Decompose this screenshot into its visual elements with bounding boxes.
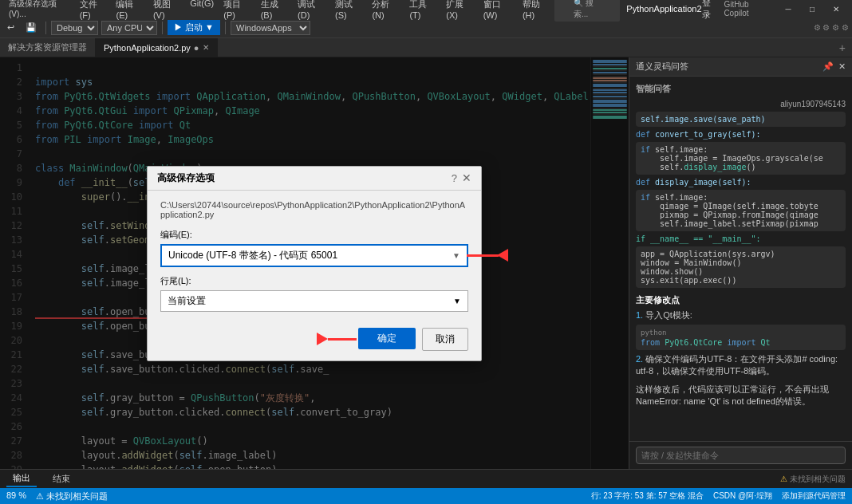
modal-encoding-value: Unicode (UTF-8 带签名) - 代码页 65001	[168, 249, 452, 262]
right-panel-title: 通义灵码问答	[636, 61, 688, 73]
toolbar-sep1	[45, 22, 46, 34]
modal-line-ending-select[interactable]: 当前设置 ▼	[160, 290, 468, 312]
titlebar: 高级保存选项(V)... 文件(F) 编辑(E) 视图(V) Git(G) 项目…	[0, 0, 852, 18]
window-controls[interactable]: ─ □ ✕	[777, 2, 847, 16]
save-options-modal: 高级保存选项 ? ✕ C:\Users\20744\source\repos\P…	[147, 166, 482, 361]
editor-area[interactable]: 12345 678910 1112131415 1617181920 21222…	[0, 57, 629, 469]
github-copilot-label[interactable]: GitHub Copilot	[724, 0, 771, 18]
search-box[interactable]: 🔍 搜索...	[554, 0, 620, 22]
menu-help[interactable]: 帮助(H)	[519, 0, 554, 20]
change-item-1: 1. 导入Qt模块: python from PyQt6.QtCore impo…	[636, 309, 846, 350]
menu-bar[interactable]: 高级保存选项(V)... 文件(F) 编辑(E) 视图(V) Git(G) 项目…	[5, 0, 554, 20]
menu-git[interactable]: Git(G)	[186, 0, 218, 20]
output-panel: 输出 结束 ⚠ 未找到相关问题	[0, 469, 852, 488]
modal-help-button[interactable]: ?	[452, 172, 457, 184]
assistant-message1: self.image.save(save_path) def convert_t…	[636, 112, 846, 288]
main-code: app = QApplication(sys.argv) window = Ma…	[636, 246, 846, 288]
menu-edit[interactable]: 编辑(E)	[112, 0, 147, 20]
method2-def: def display_image(self):	[636, 178, 846, 187]
chat-input[interactable]	[636, 447, 846, 464]
modal-filepath: C:\Users\20744\source\repos\PythonApplic…	[160, 200, 468, 219]
menu-project[interactable]: 项目(P)	[219, 0, 254, 20]
toolbar-icons-right: ⚙ ⚙ ⚙ ⚙	[814, 23, 849, 32]
cpu-config-select[interactable]: Any CPU	[101, 21, 157, 35]
menu-test[interactable]: 测试(S)	[331, 0, 366, 20]
tab-solution-label: 解决方案资源管理器	[8, 41, 87, 53]
menu-file[interactable]: 文件(F)	[76, 0, 111, 20]
login-label[interactable]: 登录	[702, 0, 718, 21]
menu-advanced-save[interactable]: 高级保存选项(V)...	[5, 0, 74, 20]
ok-button-wrapper: 确定	[358, 328, 416, 351]
red-arrow-indicator	[467, 249, 510, 262]
app-title: PythonApplication2	[626, 4, 701, 14]
copilot-chat: 智能问答 aliyun1907945143 self.image.save(sa…	[629, 77, 852, 441]
close-button[interactable]: ✕	[825, 2, 847, 16]
right-panel-header: 通义灵码问答 📌 ✕	[629, 57, 852, 77]
changes-title: 主要修改点	[636, 294, 846, 306]
modal-encoding-label: 编码(E):	[160, 229, 468, 241]
change-item-2: 2. 确保文件编码为UTF-8：在文件开头添加# coding: utf-8，以…	[636, 353, 846, 377]
run-button[interactable]: ▶ 启动 ▼	[168, 20, 220, 35]
right-panel: 通义灵码问答 📌 ✕ 智能问答 aliyun1907945143 self.im…	[629, 57, 852, 469]
modal-encoding-select[interactable]: Unicode (UTF-8 带签名) - 代码页 65001 ▼	[160, 244, 468, 267]
tabbar: 解决方案资源管理器 PythonApplication2.py ● ✕ +	[0, 38, 852, 57]
modal-titlebar: 高级保存选项 ? ✕	[148, 167, 481, 191]
add-to-vcs[interactable]: 添加到源代码管理	[782, 490, 846, 502]
right-panel-close[interactable]: ✕	[838, 61, 846, 72]
tab-solution-explorer[interactable]: 解决方案资源管理器	[0, 38, 96, 57]
modal-line-ending-label: 行尾(L):	[160, 275, 468, 287]
chat-input-area[interactable]	[629, 441, 852, 469]
menu-build[interactable]: 生成(B)	[257, 0, 292, 20]
menu-view[interactable]: 视图(V)	[149, 0, 184, 20]
tab-python-modified-icon: ●	[194, 43, 199, 53]
statusbar-right: 行: 23 字符: 53 第: 57 空格 混合 CSDN @阿·埕翔 添加到源…	[591, 490, 846, 502]
menu-tools[interactable]: 工具(T)	[405, 0, 440, 20]
modal-body: C:\Users\20744\source\repos\PythonApplic…	[148, 191, 481, 360]
right-panel-pin[interactable]: 📌	[822, 61, 834, 72]
modal-cancel-button[interactable]: 取消	[422, 328, 468, 351]
debug-config-select[interactable]: Debug	[51, 21, 98, 35]
toolbar-sep2	[162, 22, 163, 34]
toolbar-sep3	[225, 22, 226, 34]
tab-close-button[interactable]: ✕	[203, 43, 209, 52]
statusbar: 89 % ⚠ 未找到相关问题 行: 23 字符: 53 第: 57 空格 混合 …	[0, 488, 852, 504]
change1-code: from PyQt6.QtCore import Qt	[641, 338, 841, 347]
method1-code: if self.image: self.image = ImageOps.gra…	[636, 142, 846, 175]
modal-line-ending-value: 当前设置	[168, 294, 453, 308]
tab-python-file[interactable]: PythonApplication2.py ● ✕	[96, 38, 218, 57]
method2-code: if self.image: qimage = QImage(self.imag…	[636, 190, 846, 231]
output-tab-errors[interactable]: 输出	[6, 471, 37, 487]
warning-icon: ⚠	[780, 474, 787, 483]
titlebar-left: 高级保存选项(V)... 文件(F) 编辑(E) 视图(V) Git(G) 项目…	[5, 0, 554, 20]
menu-debug[interactable]: 调试(D)	[294, 0, 329, 20]
status-no-issues2: ⚠ 未找到相关问题	[36, 490, 108, 502]
main-content: 12345 678910 1112131415 1617181920 21222…	[0, 57, 852, 469]
change1-code-block: python from PyQt6.QtCore import Qt	[636, 325, 846, 350]
modal-close-button[interactable]: ✕	[462, 171, 471, 184]
output-tab-end[interactable]: 结束	[46, 471, 77, 486]
toolbar-undo[interactable]: ↩	[3, 21, 18, 34]
user-label: aliyun1907945143	[636, 100, 846, 108]
summary-text: 这样修改后，代码应该可以正常运行，不会再出现 NameError: name '…	[636, 384, 846, 408]
code-snippet1: self.image.save(save_path)	[636, 112, 846, 127]
ln-col-info: 行: 23 字符: 53 第: 57 空格 混合	[591, 490, 704, 502]
minimize-button[interactable]: ─	[777, 2, 799, 16]
right-panel-controls[interactable]: 📌 ✕	[822, 61, 846, 72]
copilot-section-title: 智能问答	[636, 83, 846, 95]
modal-ok-button[interactable]: 确定	[358, 328, 416, 349]
toolbar-save[interactable]: 💾	[22, 21, 41, 34]
status-no-issues: ⚠ 未找到相关问题	[780, 474, 846, 485]
warning-icon2: ⚠	[36, 491, 44, 501]
menu-analyze[interactable]: 分析(N)	[368, 0, 404, 20]
add-tab-button[interactable]: +	[833, 41, 852, 54]
menu-extensions[interactable]: 扩展(X)	[442, 0, 477, 20]
modal-encoding-row: Unicode (UTF-8 带签名) - 代码页 65001 ▼	[160, 244, 468, 267]
modal-buttons: 确定 取消	[160, 325, 468, 351]
target-select[interactable]: WindowsApps	[231, 21, 310, 35]
maximize-button[interactable]: □	[801, 2, 823, 16]
modal-overlay: 高级保存选项 ? ✕ C:\Users\20744\source\repos\P…	[0, 57, 629, 469]
csdn-label: CSDN @阿·埕翔	[713, 490, 772, 502]
menu-window[interactable]: 窗口(W)	[479, 0, 517, 20]
modal-line-ending-arrow: ▼	[453, 297, 461, 305]
modal-encoding-arrow: ▼	[452, 251, 460, 260]
